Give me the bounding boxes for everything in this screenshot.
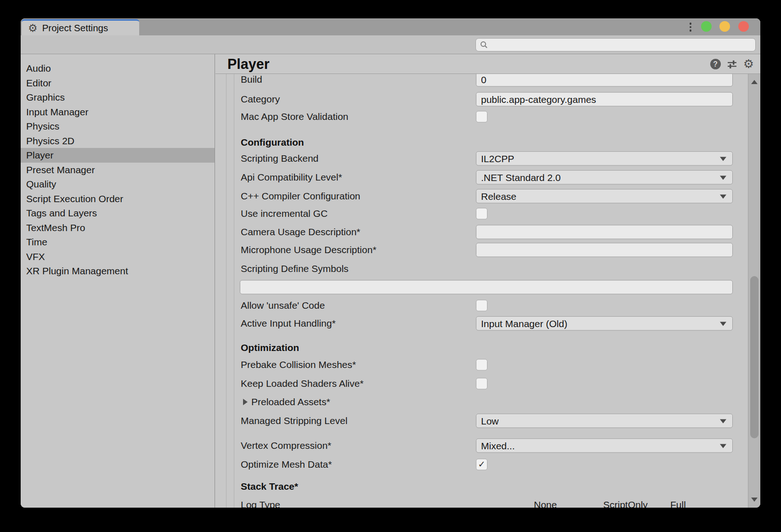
row-label: C++ Compiler Configuration: [241, 191, 360, 202]
trace-column-header: Full: [670, 499, 686, 508]
settings-row: Preloaded Assets*: [215, 395, 748, 409]
traffic-light-yellow[interactable]: [719, 21, 730, 32]
sidebar-item-physics-2d[interactable]: Physics 2D: [21, 134, 215, 148]
scroll-up-arrow-icon[interactable]: [751, 80, 758, 84]
dropdown[interactable]: IL2CPP: [476, 152, 733, 166]
dropdown[interactable]: Release: [476, 189, 733, 204]
sliders-icon[interactable]: [727, 59, 737, 69]
sidebar-item-physics[interactable]: Physics: [21, 119, 215, 134]
checkbox[interactable]: [476, 359, 487, 371]
checkbox[interactable]: [476, 378, 487, 390]
settings-row: Build0: [215, 74, 748, 87]
sidebar-item-tags-and-layers[interactable]: Tags and Layers: [21, 206, 215, 221]
settings-row: Vertex Compression*Mixed...: [215, 438, 748, 453]
settings-row: Mac App Store Validation: [215, 109, 748, 124]
help-icon[interactable]: ?: [710, 59, 721, 69]
sidebar-item-player[interactable]: Player: [21, 148, 215, 163]
gear-icon[interactable]: ⚙: [743, 58, 754, 70]
row-label: Allow 'unsafe' Code: [241, 300, 325, 311]
settings-row: Stack Trace*: [215, 479, 748, 494]
sidebar-item-textmesh-pro[interactable]: TextMesh Pro: [21, 221, 215, 235]
traffic-light-green[interactable]: [701, 21, 712, 32]
trace-column-header: None: [534, 499, 557, 508]
settings-row: Categorypublic.app-category.games: [215, 92, 748, 107]
row-label: Keep Loaded Shaders Alive*: [241, 378, 363, 389]
chevron-down-icon: [720, 195, 726, 199]
scrollbar-thumb[interactable]: [750, 276, 758, 438]
section-header: Configuration: [241, 137, 304, 148]
dropdown[interactable]: .NET Standard 2.0: [476, 170, 733, 185]
sidebar-item-quality[interactable]: Quality: [21, 177, 215, 192]
text-field[interactable]: [476, 225, 733, 239]
settings-row: Log TypeNoneScriptOnlyFull: [215, 498, 748, 508]
row-label: Microphone Usage Description*: [241, 244, 376, 255]
checkbox[interactable]: [476, 208, 487, 220]
checkbox[interactable]: [476, 300, 487, 311]
sidebar-item-time[interactable]: Time: [21, 235, 215, 249]
checkbox[interactable]: ✓: [476, 459, 487, 470]
settings-row: Api Compatibility Level*.NET Standard 2.…: [215, 170, 748, 185]
settings-row: [215, 280, 748, 294]
row-label: Managed Stripping Level: [241, 415, 347, 426]
toolbar: [21, 35, 760, 54]
settings-row: Allow 'unsafe' Code: [215, 298, 748, 313]
gear-icon: ⚙: [28, 23, 38, 34]
row-label: Build: [241, 74, 262, 85]
vertical-scrollbar[interactable]: [748, 74, 760, 508]
page-title: Player: [227, 56, 270, 72]
row-label: Scripting Define Symbols: [241, 263, 349, 274]
project-settings-window: ⚙ Project Settings AudioEditorGraphicsIn…: [21, 18, 760, 508]
sidebar-item-graphics[interactable]: Graphics: [21, 90, 215, 105]
row-label: Log Type: [241, 499, 280, 508]
row-label: Use incremental GC: [241, 208, 328, 219]
search-icon: [480, 41, 488, 49]
settings-row: Microphone Usage Description*: [215, 243, 748, 257]
dropdown[interactable]: Mixed...: [476, 439, 733, 453]
tab-label: Project Settings: [42, 23, 108, 34]
kebab-menu-icon[interactable]: [688, 21, 693, 33]
checkmark-icon: ✓: [476, 459, 487, 469]
sidebar-item-vfx[interactable]: VFX: [21, 249, 215, 264]
text-field[interactable]: public.app-category.games: [476, 92, 733, 107]
foldout-arrow-icon[interactable]: [243, 399, 248, 405]
row-label: Scripting Backend: [241, 153, 318, 164]
settings-row: Optimization: [215, 340, 748, 355]
traffic-light-red[interactable]: [738, 21, 749, 32]
dropdown[interactable]: Low: [476, 414, 733, 428]
chevron-down-icon: [720, 419, 726, 424]
settings-row: Camera Usage Description*: [215, 225, 748, 239]
scripting-define-symbols-field[interactable]: [240, 280, 733, 294]
text-field[interactable]: [476, 243, 733, 257]
sidebar-item-script-execution-order[interactable]: Script Execution Order: [21, 192, 215, 206]
tab-project-settings[interactable]: ⚙ Project Settings: [22, 19, 139, 35]
settings-row: Prebake Collision Meshes*: [215, 357, 748, 372]
settings-row: Use incremental GC: [215, 206, 748, 221]
sidebar-item-editor[interactable]: Editor: [21, 76, 215, 91]
scroll-down-arrow-icon[interactable]: [751, 498, 758, 502]
search-input[interactable]: [475, 38, 756, 51]
section-header: Stack Trace*: [241, 481, 298, 492]
row-label: Category: [241, 94, 280, 105]
row-label: Camera Usage Description*: [241, 226, 360, 238]
sidebar: AudioEditorGraphicsInput ManagerPhysicsP…: [21, 54, 215, 508]
row-label: Mac App Store Validation: [241, 111, 348, 122]
settings-row: Optimize Mesh Data*✓: [215, 457, 748, 472]
sidebar-item-audio[interactable]: Audio: [21, 61, 215, 76]
sidebar-item-input-manager[interactable]: Input Manager: [21, 105, 215, 119]
settings-row: C++ Compiler ConfigurationRelease: [215, 189, 748, 204]
dropdown[interactable]: Input Manager (Old): [476, 317, 733, 331]
section-header: Optimization: [241, 342, 299, 353]
chevron-down-icon: [720, 157, 726, 161]
sidebar-item-preset-manager[interactable]: Preset Manager: [21, 163, 215, 177]
row-label[interactable]: Preloaded Assets*: [251, 396, 330, 407]
main-header: Player ? ⚙: [215, 54, 760, 74]
row-label: Active Input Handling*: [241, 318, 336, 329]
sidebar-item-xr-plugin-management[interactable]: XR Plugin Management: [21, 264, 215, 278]
tab-strip: ⚙ Project Settings: [21, 18, 760, 35]
checkbox[interactable]: [476, 111, 487, 123]
row-label: Api Compatibility Level*: [241, 172, 342, 183]
row-label: Prebake Collision Meshes*: [241, 359, 356, 370]
settings-row: Scripting BackendIL2CPP: [215, 151, 748, 166]
text-field[interactable]: 0: [476, 74, 733, 87]
row-label: Vertex Compression*: [241, 440, 331, 451]
